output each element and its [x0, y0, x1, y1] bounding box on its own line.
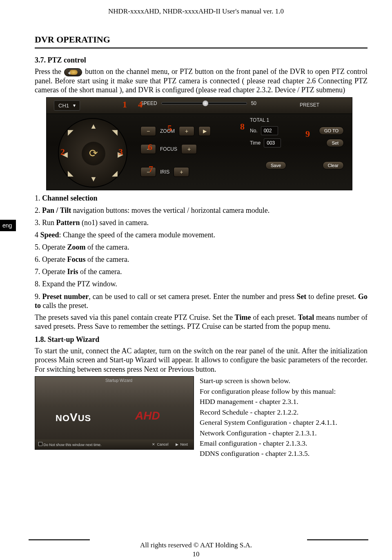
intro-part2: button on the channel menu, or PTZ butto… — [35, 67, 368, 94]
t: Pan / Tilt — [42, 206, 73, 214]
expand-button[interactable]: ▶ — [198, 126, 211, 136]
set-button[interactable]: Set — [326, 139, 344, 147]
arrow-ne-icon[interactable]: ◥ — [112, 128, 118, 137]
ptz-top-bar: CH1 ▾ SPEED 50 PRESET — [47, 98, 352, 114]
dns-label: Do Not show this window next time. — [44, 443, 102, 447]
t: Set — [296, 292, 308, 301]
t: (no1) saved in camera. — [82, 219, 149, 227]
item-6: 6. Operate Focus of the camera. — [35, 255, 368, 264]
iris-close-button[interactable]: − — [140, 167, 156, 177]
goto-button[interactable]: GO TO — [319, 127, 344, 135]
iris-label: IRIS — [160, 169, 169, 175]
focus-label: FOCUS — [160, 146, 177, 152]
t: Pattern — [56, 219, 82, 227]
novus-logo: NOVUS — [56, 411, 91, 424]
zoom-out-button[interactable]: − — [140, 126, 156, 136]
config-list: Start-up screen is shown below. For conf… — [200, 376, 337, 460]
item-3: 3. Run Pattern (no1) saved in camera. — [35, 219, 368, 227]
t: of the camera. — [87, 255, 129, 263]
intro-paragraph: Press the button on the channel menu, or… — [35, 67, 368, 95]
callout-4: 4 — [138, 99, 143, 110]
t: V — [70, 411, 78, 424]
ptz-icon — [64, 68, 82, 76]
wizard-row: Startup Wizard NOVUS AHD Do Not show thi… — [35, 376, 368, 460]
t: Channel selection — [42, 194, 98, 202]
t: Preset number — [42, 292, 89, 301]
item-8: 8. Expand the PTZ window. — [35, 280, 368, 288]
t: Focus — [67, 255, 87, 263]
t: : Change the speed of the camera module … — [59, 231, 215, 239]
no-label: No. — [250, 128, 258, 134]
focus-in-button[interactable]: + — [181, 144, 197, 154]
cfg-2: For configuration please follow by this … — [200, 387, 337, 396]
t: of each preset. — [253, 313, 298, 321]
item-5: 5. Operate Zoom of the camera. — [35, 243, 368, 252]
t: US — [78, 413, 91, 423]
channel-select[interactable]: CH1 ▾ — [54, 100, 80, 111]
clear-button[interactable]: Clear — [323, 161, 344, 170]
footer-text: All rights reserved © AAT Holding S.A. — [0, 541, 392, 549]
cfg-6: Network Configuration - chapter 2.1.3.1. — [200, 428, 337, 438]
t: 9. — [35, 292, 42, 301]
t: Speed — [40, 231, 59, 239]
intro-part1: Press the — [35, 67, 63, 76]
callout-1: 1 — [122, 99, 127, 110]
section-3-7: 3.7. PTZ control — [35, 56, 368, 65]
zoom-row: − ZOOM + ▶ — [140, 126, 211, 136]
arrow-se-icon[interactable]: ◢ — [112, 169, 118, 178]
wizard-screenshot: Startup Wizard NOVUS AHD Do Not show thi… — [35, 376, 194, 450]
cfg-4: Record Schedule - chapter 2.1.2.2. — [200, 408, 337, 417]
preset-column: TOTAL 1 No. 002 GO TO Time 003 Set Save … — [250, 117, 344, 170]
direction-wheel: ▲ ◥ ▶ ◢ ▼ ◣ ◀ ◤ ⟳ — [58, 118, 127, 187]
callout-5: 5 — [167, 123, 172, 134]
presets-paragraph: The presets saved via this panel contain… — [35, 313, 368, 331]
t: 2. — [35, 206, 42, 214]
arrow-down-icon[interactable]: ▼ — [90, 175, 97, 183]
callout-7: 7 — [149, 164, 153, 174]
t: of the camera. — [87, 243, 129, 251]
preset-label: PRESET — [300, 102, 319, 108]
checkbox-icon — [38, 442, 42, 446]
wizard-title: Startup Wizard — [105, 378, 132, 383]
no-input[interactable]: 002 — [261, 126, 278, 135]
slider-handle[interactable] — [203, 100, 208, 106]
page-number: 10 — [0, 550, 392, 558]
t: 5. Operate — [35, 243, 67, 251]
language-tag: eng — [0, 220, 16, 231]
t: 4 — [35, 231, 40, 239]
item-2: 2. Pan / Tilt navigation buttons: moves … — [35, 206, 368, 215]
t: Total — [298, 313, 316, 321]
wizard-intro: To start the unit, connect the AC adapte… — [35, 346, 368, 374]
arrow-nw-icon[interactable]: ◤ — [68, 128, 74, 137]
pattern-button[interactable]: ⟳ — [82, 142, 105, 165]
dns-checkbox[interactable]: Do Not show this window next time. — [38, 442, 102, 447]
section-1-8: 1.8. Start-up Wizard — [35, 335, 368, 344]
zoom-in-button[interactable]: + — [179, 126, 194, 136]
t: to define preset. — [308, 292, 358, 301]
iris-row: − IRIS + — [140, 167, 189, 177]
speed-label: SPEED — [140, 100, 157, 106]
page-content: DVR OPERATING 3.7. PTZ control Press the… — [0, 16, 392, 460]
next-button[interactable]: ▶ Next — [173, 442, 190, 447]
t: , can be used to call or set camera pres… — [89, 292, 296, 301]
time-input[interactable]: 003 — [264, 138, 281, 147]
speed-slider[interactable] — [161, 102, 247, 105]
callout-8: 8 — [240, 121, 245, 132]
speed-value: 50 — [251, 100, 256, 106]
item-1: 1. Channel selection — [35, 194, 368, 203]
page-header: NHDR-xxxxAHD, NHDR-xxxxAHD-II User's man… — [0, 0, 392, 16]
t: navigation buttons: moves the vertical /… — [73, 206, 270, 214]
t: 1. — [35, 194, 42, 202]
iris-open-button[interactable]: + — [174, 167, 189, 177]
footer-rule-right — [307, 539, 368, 540]
callout-9: 9 — [305, 129, 310, 139]
ptz-panel: CH1 ▾ SPEED 50 PRESET ▲ ◥ ▶ ◢ ▼ ◣ ◀ ◤ ⟳ — [46, 97, 352, 190]
save-button[interactable]: Save — [265, 161, 286, 170]
cancel-button[interactable]: ✕ Cancel — [149, 442, 171, 447]
t: 7. Operate — [35, 268, 67, 276]
total-label: TOTAL 1 — [250, 117, 269, 123]
arrow-sw-icon[interactable]: ◣ — [68, 169, 74, 178]
item-9: 9. Preset number, can be used to call or… — [35, 292, 368, 310]
arrow-up-icon[interactable]: ▲ — [90, 122, 97, 131]
footer-rule-left — [29, 539, 90, 540]
